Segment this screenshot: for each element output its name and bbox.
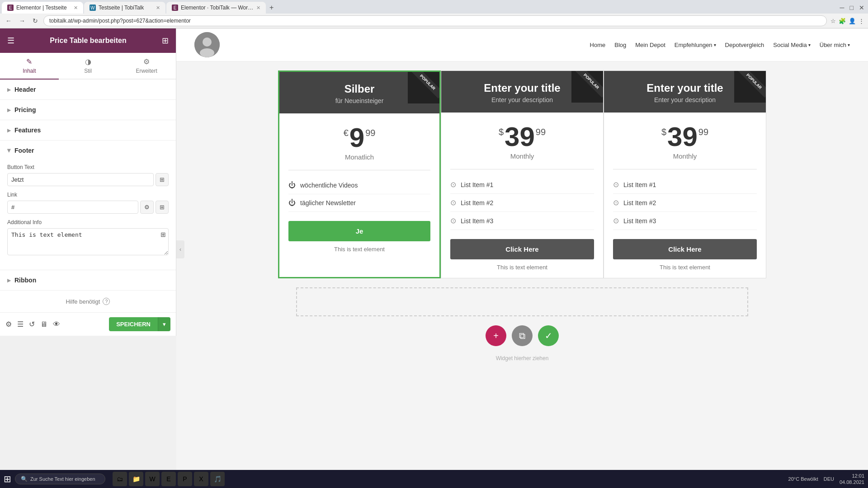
taskbar: ⊞ 🔍 Zur Suche Text hier eingeben 🗂 📁 W E… <box>0 470 868 488</box>
site-logo <box>194 32 220 57</box>
bookmark-button[interactable]: ☆ <box>830 18 836 24</box>
additional-info-textarea[interactable]: This is text element <box>7 228 169 255</box>
card3-feature-3: ⊙ List Item #3 <box>613 212 757 230</box>
tab-erweitert[interactable]: ⚙ Erweitert <box>117 53 176 79</box>
section-footer-toggle[interactable]: ▶ Footer <box>0 141 176 160</box>
maximize-button[interactable]: □ <box>848 3 855 12</box>
reload-button[interactable]: ↻ <box>31 16 40 25</box>
nav-depotvergleich[interactable]: Depotvergleich <box>725 42 764 48</box>
sidebar-title: Price Table bearbeiten <box>50 37 127 45</box>
start-button[interactable]: ⊞ <box>4 474 11 484</box>
tab-2[interactable]: W Testseite | TobiTalk ✕ <box>84 2 165 14</box>
logo-avatar-svg <box>194 32 220 57</box>
tab-inhalt[interactable]: ✎ Inhalt <box>0 53 59 80</box>
nav-social-media[interactable]: Social Media <box>773 42 810 48</box>
taskbar-app-2[interactable]: 📁 <box>129 472 143 486</box>
address-input[interactable] <box>43 15 827 26</box>
clock-date: 04.08.2021 <box>840 479 864 485</box>
section-pricing-label: Pricing <box>14 106 36 113</box>
help-link[interactable]: Hilfe benötigt ? <box>7 298 169 305</box>
arrow-right-pricing-icon: ▶ <box>7 108 11 113</box>
taskbar-right: 20°C Bewölkt DEU 12:01 04.08.2021 <box>788 473 864 486</box>
card3-pricing: $ 39 99 Monthly <box>604 113 766 164</box>
check-icon-1: ⊙ <box>450 180 456 189</box>
sidebar-menu-button[interactable]: ☰ <box>7 36 14 46</box>
tab1-favicon: E <box>7 5 14 11</box>
nav-ueber-mich[interactable]: Über mich <box>820 42 850 48</box>
add-widget-button[interactable]: + <box>486 325 506 346</box>
taskbar-app-4[interactable]: E <box>161 472 176 486</box>
layers-icon-btn[interactable]: ☰ <box>17 320 24 328</box>
button-text-dynamic-btn[interactable]: ⊞ <box>156 173 169 186</box>
new-tab-button[interactable]: + <box>267 4 276 12</box>
responsive-icon-btn[interactable]: 🖥 <box>40 320 47 328</box>
profile-button[interactable]: 👤 <box>849 18 856 24</box>
link-settings-btn[interactable]: ⚙ <box>140 201 154 214</box>
link-dynamic-btn[interactable]: ⊞ <box>156 201 169 214</box>
card3-header: Enter your title Enter your description … <box>604 71 766 113</box>
card1-feature-1: ⏻ wöchentliche Videos <box>288 177 430 194</box>
card2-header: Enter your title Enter your description … <box>441 71 603 113</box>
menu-button[interactable]: ⋮ <box>859 18 864 24</box>
taskbar-search[interactable]: 🔍 Zur Suche Text hier eingeben <box>15 474 105 484</box>
site-header: Home Blog Mein Depot Empfehlungen Depotv… <box>176 28 868 61</box>
card1-header: Silber für Neueinsteiger POPULAR <box>279 72 439 113</box>
card2-btn[interactable]: Click Here <box>450 239 594 259</box>
nav-home[interactable]: Home <box>590 42 606 48</box>
tab-1[interactable]: E Elementor | Testseite ✕ <box>2 2 83 14</box>
stil-icon: ◑ <box>85 57 91 66</box>
card3-btn[interactable]: Click Here <box>613 239 757 259</box>
card3-divider <box>613 169 757 169</box>
close-window-button[interactable]: ✕ <box>857 3 866 12</box>
tab1-close[interactable]: ✕ <box>74 5 78 11</box>
additional-info-dynamic-btn[interactable]: ⊞ <box>160 231 166 238</box>
minimize-button[interactable]: ─ <box>838 3 846 12</box>
section-ribbon-toggle[interactable]: ▶ Ribbon <box>0 270 176 290</box>
sidebar-collapse-button[interactable]: ‹ <box>176 240 184 258</box>
history-icon-btn[interactable]: ↺ <box>29 320 35 328</box>
button-text-input[interactable] <box>7 173 154 186</box>
taskbar-app-6[interactable]: X <box>194 472 208 486</box>
confirm-widget-button[interactable]: ✓ <box>538 325 559 346</box>
tab3-favicon: E <box>172 5 178 11</box>
tab-3[interactable]: E Elementor · TobiTalk — WordPre... ✕ <box>166 2 266 14</box>
nav-mein-depot[interactable]: Mein Depot <box>635 42 665 48</box>
link-input[interactable] <box>7 201 138 214</box>
sidebar-grid-button[interactable]: ⊞ <box>162 36 169 46</box>
price-card-2[interactable]: Enter your title Enter your description … <box>441 70 604 278</box>
price-card-1[interactable]: Silber für Neueinsteiger POPULAR € 9 99 … <box>278 70 441 278</box>
card2-feature-3: ⊙ List Item #3 <box>450 212 594 230</box>
settings-icon-btn[interactable]: ⚙ <box>5 320 12 328</box>
section-header-toggle[interactable]: ▶ Header <box>0 80 176 99</box>
card3-feature-2-text: List Item #2 <box>623 199 656 206</box>
tab-stil[interactable]: ◑ Stil <box>59 53 118 79</box>
card3-feature-1-text: List Item #1 <box>623 181 656 188</box>
back-button[interactable]: ← <box>4 16 14 25</box>
taskbar-app-3[interactable]: W <box>145 472 160 486</box>
card1-feature-2-text: täglicher Newsletter <box>300 199 356 206</box>
card1-price-decimal: 99 <box>365 128 375 138</box>
save-button[interactable]: SPEICHERN <box>109 317 158 331</box>
section-pricing-toggle[interactable]: ▶ Pricing <box>0 100 176 120</box>
button-text-field: Button Text ⊞ <box>7 164 169 186</box>
preview-icon-btn[interactable]: 👁 <box>53 320 60 328</box>
card2-features: ⊙ List Item #1 ⊙ List Item #2 ⊙ List Ite… <box>441 174 603 232</box>
taskbar-app-7[interactable]: 🎵 <box>210 472 225 486</box>
forward-button[interactable]: → <box>17 16 27 25</box>
tab2-close[interactable]: ✕ <box>156 5 160 11</box>
extensions-button[interactable]: 🧩 <box>839 18 846 24</box>
card1-btn[interactable]: Je <box>288 221 430 241</box>
section-ribbon-label: Ribbon <box>14 277 36 284</box>
price-card-3[interactable]: Enter your title Enter your description … <box>604 70 766 278</box>
copy-widget-button[interactable]: ⧉ <box>512 325 533 346</box>
additional-info-textarea-wrap: This is text element ⊞ <box>7 228 169 257</box>
taskbar-app-5[interactable]: P <box>178 472 192 486</box>
card1-price-main: 9 <box>349 124 364 151</box>
nav-blog[interactable]: Blog <box>614 42 626 48</box>
section-features-toggle[interactable]: ▶ Features <box>0 120 176 140</box>
nav-empfehlungen[interactable]: Empfehlungen <box>675 42 716 48</box>
taskbar-app-1[interactable]: 🗂 <box>113 472 127 486</box>
tab3-close[interactable]: ✕ <box>256 5 260 11</box>
save-dropdown-button[interactable]: ▾ <box>158 317 170 331</box>
card1-feature-1-text: wöchentliche Videos <box>300 182 358 189</box>
